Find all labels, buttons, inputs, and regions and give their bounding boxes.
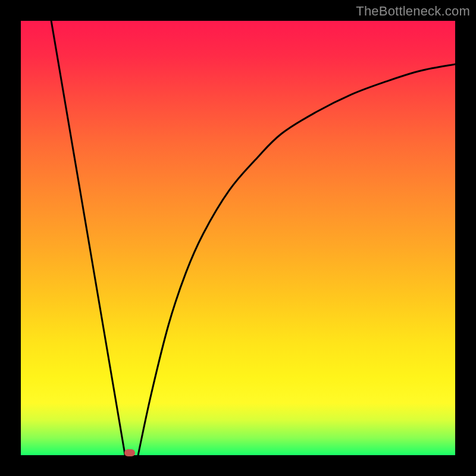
curve-svg bbox=[21, 21, 455, 455]
right-branch-path bbox=[138, 64, 455, 455]
watermark-text: TheBottleneck.com bbox=[356, 4, 470, 19]
plot-area bbox=[21, 21, 455, 455]
left-branch-path bbox=[51, 21, 125, 455]
minimum-marker bbox=[124, 449, 135, 456]
chart-frame: TheBottleneck.com bbox=[0, 0, 476, 476]
